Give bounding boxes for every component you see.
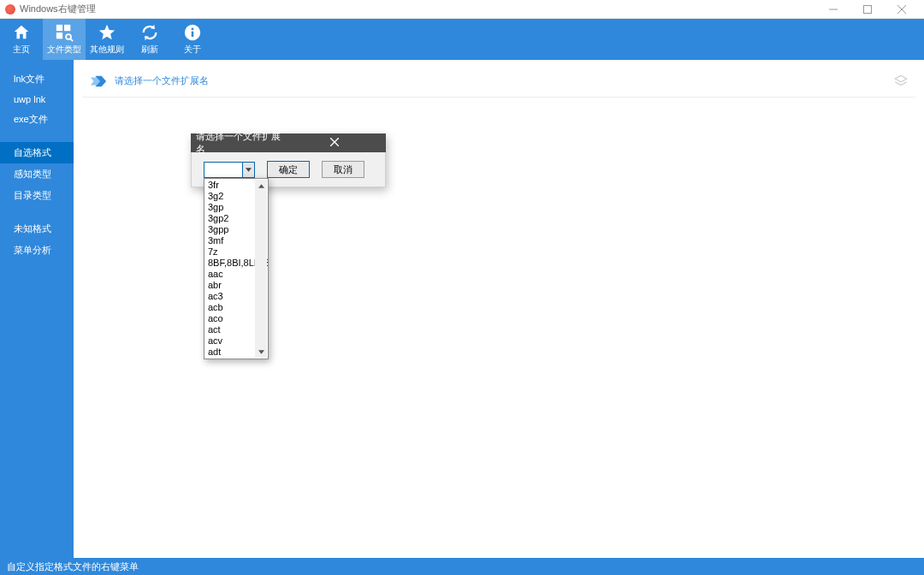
combobox-arrow-icon[interactable] (242, 163, 254, 177)
maximize-button[interactable] (850, 0, 885, 19)
window-controls (816, 0, 919, 19)
sidebar-item-lnk[interactable]: lnk文件 (0, 68, 74, 90)
toolbar-about[interactable]: 关于 (171, 19, 214, 60)
toolbar-refresh[interactable]: 刷新 (128, 19, 171, 60)
info-icon (183, 21, 202, 44)
svg-rect-1 (864, 5, 872, 13)
svg-rect-12 (192, 32, 194, 37)
arrow-icon (89, 72, 108, 91)
svg-line-8 (70, 39, 73, 41)
filetype-icon (55, 21, 74, 44)
cancel-button[interactable]: 取消 (322, 161, 364, 178)
app-icon (5, 4, 15, 15)
home-icon (12, 21, 31, 44)
content-title: 请选择一个文件扩展名 (115, 74, 209, 87)
toolbar-otherrules[interactable]: 其他规则 (86, 19, 128, 60)
svg-rect-6 (56, 33, 62, 39)
refresh-icon (140, 21, 159, 44)
dialog-close-button[interactable] (288, 138, 381, 148)
dialog-title: 请选择一个文件扩展名 (196, 130, 288, 156)
toolbar-filetype[interactable]: 文件类型 (43, 19, 86, 60)
sidebar-item-directory-type[interactable]: 目录类型 (0, 185, 74, 206)
svg-point-7 (66, 34, 71, 39)
svg-point-11 (192, 27, 194, 30)
sidebar-item-custom-format[interactable]: 自选格式 (0, 142, 74, 163)
dialog-titlebar[interactable]: 请选择一个文件扩展名 (191, 133, 386, 152)
extension-input[interactable] (204, 163, 242, 177)
extension-combobox[interactable] (204, 162, 255, 178)
star-icon (98, 21, 116, 44)
ok-button[interactable]: 确定 (267, 161, 310, 178)
svg-marker-9 (99, 25, 115, 39)
toolbar-filetype-label: 文件类型 (47, 44, 81, 56)
content-area: 请选择一个文件扩展名 请选择一个文件扩展名 确定 (74, 60, 924, 558)
close-button[interactable] (885, 0, 919, 19)
toolbar-home[interactable]: 主页 (0, 19, 43, 60)
sidebar-item-unknown-format[interactable]: 未知格式 (0, 218, 74, 240)
toolbar-home-label: 主页 (13, 44, 30, 56)
svg-marker-20 (258, 350, 264, 353)
toolbar-refresh-label: 刷新 (141, 44, 158, 56)
minimize-button[interactable] (816, 0, 850, 19)
toolbar-about-label: 关于 (184, 44, 201, 56)
scroll-up-icon[interactable] (255, 180, 267, 192)
svg-marker-15 (895, 75, 907, 82)
sidebar-item-perceived-type[interactable]: 感知类型 (0, 163, 74, 185)
scroll-down-icon[interactable] (255, 346, 267, 358)
main-body: lnk文件 uwp lnk exe文件 自选格式 感知类型 目录类型 未知格式 … (0, 60, 924, 558)
sidebar: lnk文件 uwp lnk exe文件 自选格式 感知类型 目录类型 未知格式 … (0, 60, 74, 558)
sidebar-item-uwplnk[interactable]: uwp lnk (0, 90, 74, 109)
svg-rect-5 (64, 25, 70, 31)
sidebar-item-menu-analysis[interactable]: 菜单分析 (0, 240, 74, 261)
statusbar: 自定义指定格式文件的右键菜单 (0, 558, 924, 575)
svg-marker-19 (258, 184, 264, 187)
content-header: 请选择一个文件扩展名 (82, 65, 915, 98)
window-title: Windows右键管理 (20, 3, 816, 15)
layers-icon[interactable] (893, 74, 909, 92)
main-toolbar: 主页 文件类型 其他规则 刷新 关于 (0, 19, 924, 60)
toolbar-otherrules-label: 其他规则 (90, 44, 124, 56)
statusbar-text: 自定义指定格式文件的右键菜单 (7, 560, 139, 573)
extension-dropdown: 3fr 3g2 3gp 3gp2 3gpp 3mf 7z 8BF,8BI,8LI… (204, 178, 269, 359)
sidebar-item-exe[interactable]: exe文件 (0, 109, 74, 130)
dropdown-scrollbar[interactable] (255, 180, 267, 358)
svg-rect-4 (56, 25, 62, 31)
window-titlebar: Windows右键管理 (0, 0, 924, 19)
svg-marker-18 (246, 168, 252, 171)
